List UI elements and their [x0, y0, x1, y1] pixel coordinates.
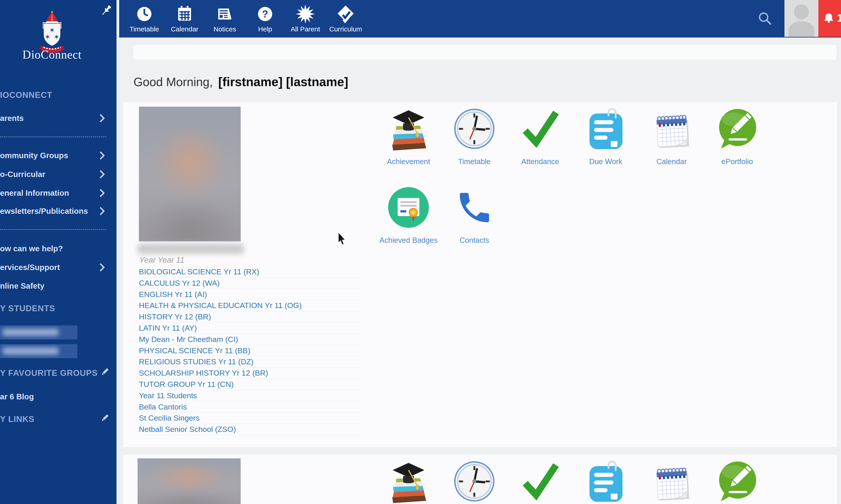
quicklink-label: Calendar [642, 157, 701, 166]
chevron-right-icon [97, 189, 105, 197]
sidebar-edge-strip [117, 0, 119, 504]
top-nav: Timetable Calendar Notices Help All Pare… [124, 0, 366, 37]
nav-label: Curriculum [329, 25, 362, 33]
nav-item-all-parent[interactable]: All Parent [285, 0, 326, 37]
chevron-right-icon [97, 114, 105, 123]
quicklink-attendance[interactable]: Attendance [511, 106, 570, 166]
student-card [123, 455, 837, 504]
content-header-bar [134, 45, 837, 60]
group-link[interactable]: HISTORY Yr 12 (BR) [139, 311, 363, 323]
group-link[interactable]: LATIN Yr 11 (AY) [139, 323, 363, 334]
group-link[interactable]: My Dean - Mr Cheetham (CI) [139, 334, 363, 345]
quicklink-eportfolio[interactable]: ePortfolio [708, 106, 767, 166]
quicklink-achieved-badges[interactable]: Achieved Badges [379, 185, 438, 245]
nav-item-calendar[interactable]: Calendar [164, 0, 205, 37]
group-link[interactable]: Bella Cantoris [139, 401, 363, 413]
redacted-student-name [2, 347, 59, 355]
group-link[interactable]: St Cecilia Singers [139, 412, 363, 424]
sidebar-item-label: ewsletters/Publications [0, 206, 88, 215]
nav-label: Calendar [171, 25, 198, 33]
user-avatar[interactable] [785, 0, 818, 37]
search-button[interactable] [755, 9, 775, 29]
desk-calendar-icon [649, 459, 694, 504]
avatar-body [789, 21, 814, 37]
notification-count: 1 [837, 12, 841, 24]
sidebar-item-label: eneral Information [0, 188, 69, 197]
pin-sidebar-button[interactable] [100, 4, 114, 19]
group-link[interactable]: CALCULUS Yr 12 (WA) [139, 277, 363, 289]
group-link[interactable]: BIOLOGICAL SCIENCE Yr 11 (RX) [139, 266, 363, 277]
edit-favourite-groups-icon[interactable] [100, 367, 110, 377]
student-card: Year Year 11 BIOLOGICAL SCIENCE Yr 11 (R… [123, 102, 837, 447]
quicklink-label: Timetable [445, 157, 504, 166]
quicklink-due-work[interactable] [576, 459, 635, 504]
group-link[interactable]: ENGLISH Yr 11 (AI) [139, 289, 363, 300]
quicklink-eportfolio[interactable] [708, 459, 767, 504]
clock-icon [452, 459, 497, 504]
clock-icon [135, 4, 154, 23]
student-photo [138, 458, 241, 504]
notifications-button[interactable]: 1 [818, 0, 841, 37]
sidebar-item-label: arents [0, 114, 24, 123]
quicklink-timetable[interactable]: Timetable [445, 106, 504, 166]
sidebar: DioConnect IOCONNECT arents ommunity Gro… [0, 0, 119, 504]
sidebar-item-co-curricular[interactable]: o-Curricular [0, 168, 113, 180]
student-year-label: Year Year 11 [139, 255, 185, 265]
my-links-header: Y LINKS [0, 414, 34, 424]
sidebar-item-label: ow can we help? [0, 244, 63, 253]
sidebar-item-community-groups[interactable]: ommunity Groups [0, 150, 113, 161]
student-groups-list: BIOLOGICAL SCIENCE Yr 11 (RX) CALCULUS Y… [139, 266, 363, 435]
sidebar-item-newsletters-publications[interactable]: ewsletters/Publications [0, 205, 113, 217]
quicklink-timetable[interactable] [445, 459, 504, 504]
quicklink-achievement[interactable]: Achievement [379, 106, 438, 166]
achievement-icon [386, 106, 431, 151]
sidebar-item-how-can-we-help[interactable]: ow can we help? [0, 243, 113, 254]
group-link[interactable]: Year 11 Students [139, 390, 363, 401]
nav-item-notices[interactable]: Notices [205, 0, 245, 37]
green-check-icon [518, 106, 563, 151]
group-link[interactable]: Netball Senior School (ZSO) [139, 424, 363, 435]
quicklink-contacts[interactable]: Contacts [445, 185, 504, 245]
student-button[interactable] [0, 344, 77, 358]
desk-calendar-icon [649, 106, 694, 151]
chevron-right-icon [97, 263, 105, 272]
sidebar-item-online-safety[interactable]: nline Safety [0, 280, 113, 291]
pushpin-icon [100, 4, 114, 19]
top-bar: Timetable Calendar Notices Help All Pare… [0, 0, 841, 37]
nav-item-curriculum[interactable]: Curriculum [326, 0, 366, 37]
quicklink-calendar[interactable] [642, 459, 701, 504]
group-link[interactable]: PHYSICAL SCIENCE Yr 11 (BB) [139, 345, 363, 356]
quicklink-attendance[interactable] [511, 459, 570, 504]
divider [0, 137, 106, 137]
sidebar-item-parents[interactable]: arents [0, 112, 113, 124]
magnifier-icon [755, 9, 775, 29]
redacted-student-name [2, 329, 59, 336]
group-link[interactable]: TUTOR GROUP Yr 11 (CN) [139, 379, 363, 390]
clock-icon [452, 106, 497, 151]
newspaper-icon [215, 4, 234, 23]
quicklink-label: Achievement [379, 157, 438, 166]
achievement-icon [386, 459, 431, 504]
calendar-icon [175, 4, 194, 23]
quicklink-calendar[interactable]: Calendar [642, 106, 701, 166]
phone-icon [452, 185, 497, 230]
student-photo [139, 107, 241, 241]
edit-links-icon[interactable] [100, 413, 110, 423]
nav-item-timetable[interactable]: Timetable [124, 0, 164, 37]
quicklink-due-work[interactable]: Due Work [576, 106, 635, 166]
sidebar-item-year6-blog[interactable]: ar 6 Blog [0, 391, 113, 402]
student-button[interactable] [0, 325, 77, 340]
group-link[interactable]: SCHOLARSHIP HISTORY Yr 12 (BR) [139, 367, 363, 379]
group-link[interactable]: HEALTH & PHYSICAL EDUCATION Yr 11 (OG) [139, 300, 363, 311]
quicklink-achievement[interactable] [379, 459, 438, 504]
sidebar-item-label: ervices/Support [0, 263, 60, 272]
certificate-icon [386, 185, 431, 230]
sidebar-item-services-support[interactable]: ervices/Support [0, 262, 113, 273]
my-students-header: Y STUDENTS [0, 304, 55, 313]
diamond-check-icon [336, 4, 355, 23]
group-link[interactable]: RELIGIOUS STUDIES Yr 11 (DZ) [139, 356, 363, 367]
nav-item-help[interactable]: Help [245, 0, 285, 37]
greeting-username: [firstname] [lastname] [218, 75, 348, 89]
sidebar-item-general-information[interactable]: eneral Information [0, 187, 113, 199]
notepad-icon [583, 106, 628, 151]
